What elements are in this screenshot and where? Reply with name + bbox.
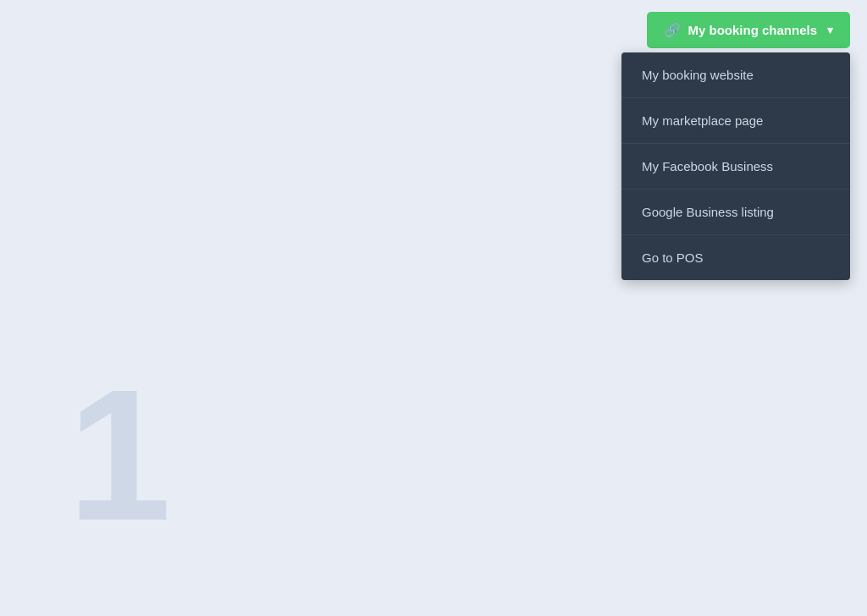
dropdown-item-go-to-pos[interactable]: Go to POS: [621, 235, 850, 280]
dropdown-item-booking-website[interactable]: My booking website: [621, 52, 850, 98]
watermark-number: 1: [68, 362, 171, 548]
link-icon: 🔗: [664, 22, 681, 38]
dropdown-item-google-business[interactable]: Google Business listing: [621, 190, 850, 235]
booking-channels-label: My booking channels: [688, 23, 817, 37]
dropdown-item-facebook-business[interactable]: My Facebook Business: [621, 144, 850, 190]
top-bar: 🔗 My booking channels ▾: [0, 0, 867, 59]
dropdown-item-marketplace-page[interactable]: My marketplace page: [621, 98, 850, 144]
page-background: 1 🔗 My booking channels ▾ My booking web…: [0, 0, 867, 616]
booking-channels-button[interactable]: 🔗 My booking channels ▾: [647, 12, 850, 48]
chevron-down-icon: ▾: [827, 24, 833, 36]
dropdown-menu: My booking websiteMy marketplace pageMy …: [621, 52, 850, 280]
